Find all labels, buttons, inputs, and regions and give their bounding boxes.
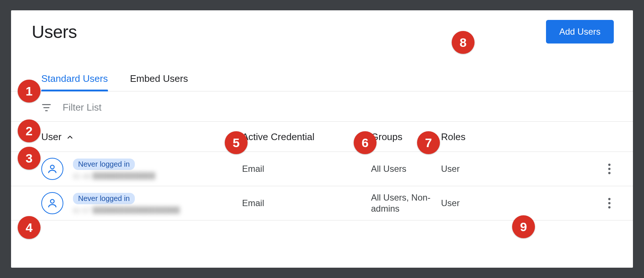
- actions-cell: [526, 160, 633, 177]
- annotation-marker: 7: [417, 131, 440, 154]
- tabs: Standard Users Embed Users: [11, 47, 633, 91]
- user-details-obscured: ID 57 █████████████████: [73, 206, 180, 214]
- user-details-obscured: ID 48 ████████████: [73, 172, 180, 180]
- annotation-marker: 3: [18, 147, 41, 170]
- table-header: User Active Credential Groups Roles: [11, 122, 633, 152]
- status-badge: Never logged in: [73, 193, 135, 204]
- filter-icon: [41, 102, 52, 113]
- chevron-up-icon: [66, 133, 74, 141]
- avatar: [41, 192, 63, 214]
- svg-point-1: [608, 164, 610, 166]
- actions-cell: [526, 195, 633, 212]
- column-header-credential[interactable]: Active Credential: [242, 131, 371, 143]
- user-meta: Never logged in ID 48 ████████████: [73, 159, 180, 180]
- column-user-label: User: [41, 131, 62, 143]
- row-menu-button[interactable]: [605, 160, 614, 177]
- svg-point-0: [50, 165, 54, 169]
- svg-point-5: [608, 198, 610, 200]
- credential-cell: Email: [242, 164, 371, 174]
- user-cell: Never logged in ID 57 █████████████████: [41, 192, 242, 214]
- roles-cell: User: [441, 164, 526, 174]
- groups-cell: All Users: [371, 163, 441, 174]
- annotation-marker: 6: [354, 131, 377, 154]
- header-row: Users Add Users: [11, 10, 633, 47]
- roles-cell: User: [441, 198, 526, 208]
- column-header-user[interactable]: User: [41, 131, 242, 143]
- add-users-button[interactable]: Add Users: [546, 20, 614, 44]
- user-meta: Never logged in ID 57 █████████████████: [73, 193, 180, 214]
- annotation-marker: 4: [18, 216, 41, 239]
- svg-point-2: [608, 168, 610, 170]
- tab-standard-users[interactable]: Standard Users: [41, 73, 108, 91]
- annotation-marker: 9: [512, 215, 535, 238]
- table-row[interactable]: Never logged in ID 57 █████████████████ …: [11, 186, 633, 220]
- tab-embed-users[interactable]: Embed Users: [130, 73, 188, 91]
- user-cell: Never logged in ID 48 ████████████: [41, 158, 242, 180]
- svg-point-6: [608, 202, 610, 204]
- table-row[interactable]: Never logged in ID 48 ████████████ Email…: [11, 152, 633, 186]
- annotation-marker: 8: [452, 31, 475, 54]
- row-menu-button[interactable]: [605, 195, 614, 212]
- page-title: Users: [32, 22, 77, 42]
- svg-point-7: [608, 206, 610, 208]
- status-badge: Never logged in: [73, 159, 135, 170]
- svg-point-3: [608, 172, 610, 174]
- avatar: [41, 158, 63, 180]
- filter-input[interactable]: [63, 102, 210, 113]
- annotation-marker: 2: [18, 119, 41, 142]
- users-panel: Users Add Users Standard Users Embed Use…: [11, 10, 633, 268]
- svg-point-4: [50, 199, 54, 203]
- credential-cell: Email: [242, 198, 371, 208]
- annotation-marker: 1: [18, 80, 41, 102]
- groups-cell: All Users, Non-admins: [371, 192, 441, 214]
- filter-row: [11, 91, 633, 122]
- column-header-roles[interactable]: Roles: [441, 131, 526, 143]
- annotation-marker: 5: [225, 131, 248, 154]
